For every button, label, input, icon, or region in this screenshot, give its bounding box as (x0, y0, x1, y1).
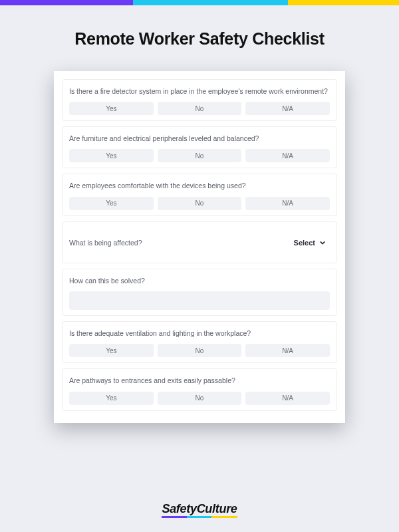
yes-button[interactable]: Yes (69, 344, 154, 357)
question-text: Are furniture and electrical peripherals… (69, 134, 330, 144)
yes-button[interactable]: Yes (69, 197, 154, 210)
question-block: Are pathways to entrances and exits easi… (62, 368, 337, 410)
option-row: Yes No N/A (69, 344, 330, 357)
question-text: Is there a fire detector system in place… (69, 86, 330, 96)
question-block: Are furniture and electrical peripherals… (62, 126, 337, 168)
question-text: Are pathways to entrances and exits easi… (69, 376, 330, 386)
select-trigger[interactable]: Select (294, 239, 326, 247)
accent-purple (0, 0, 133, 5)
option-row: Yes No N/A (69, 197, 330, 210)
option-row: Yes No N/A (69, 149, 330, 162)
question-block: Is there adequate ventilation and lighti… (62, 321, 337, 363)
question-text: Is there adequate ventilation and lighti… (69, 329, 330, 338)
question-text: What is being affected? (69, 238, 142, 248)
solution-input[interactable] (69, 291, 330, 310)
accent-yellow (288, 0, 399, 5)
yes-button[interactable]: Yes (69, 392, 154, 405)
question-text: Are employees comfortable with the devic… (69, 181, 330, 191)
na-button[interactable]: N/A (245, 149, 330, 162)
checklist-card: Is there a fire detector system in place… (54, 71, 345, 423)
no-button[interactable]: No (158, 149, 242, 162)
select-row[interactable]: What is being affected? Select (69, 229, 330, 257)
select-label-text: Select (294, 239, 315, 247)
question-block: Are employees comfortable with the devic… (62, 174, 337, 215)
na-button[interactable]: N/A (245, 197, 330, 210)
question-block: What is being affected? Select (62, 221, 337, 263)
accent-cyan (133, 0, 288, 5)
option-row: Yes No N/A (69, 102, 330, 115)
accent-bar (0, 0, 399, 5)
question-block: How can this be solved? (62, 269, 337, 316)
na-button[interactable]: N/A (245, 344, 330, 357)
yes-button[interactable]: Yes (69, 102, 154, 115)
yes-button[interactable]: Yes (69, 149, 154, 162)
chevron-down-icon (319, 239, 326, 246)
brand-text: SafetyCulture (162, 502, 237, 516)
no-button[interactable]: No (158, 344, 242, 357)
na-button[interactable]: N/A (245, 102, 330, 115)
no-button[interactable]: No (158, 392, 242, 405)
no-button[interactable]: No (158, 102, 242, 115)
na-button[interactable]: N/A (245, 392, 330, 405)
brand-logo: SafetyCulture (0, 502, 399, 516)
option-row: Yes No N/A (69, 392, 330, 405)
no-button[interactable]: No (158, 197, 242, 210)
question-block: Is there a fire detector system in place… (62, 79, 337, 121)
question-text: How can this be solved? (69, 276, 330, 286)
page-title: Remote Worker Safety Checklist (0, 29, 399, 49)
